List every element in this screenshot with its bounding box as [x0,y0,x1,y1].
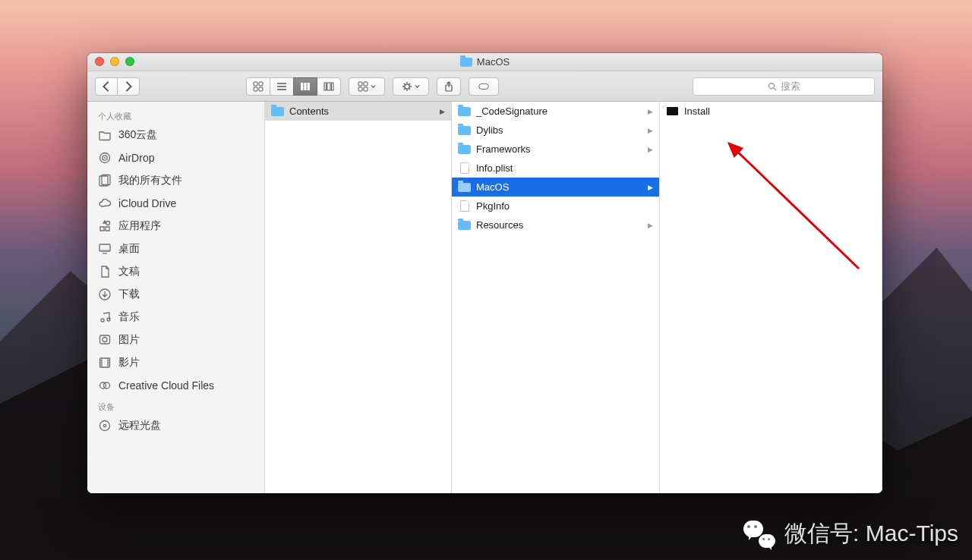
folder-icon [458,182,471,193]
file-row[interactable]: Resources▶ [452,216,659,234]
file-row-label: MacOS [476,181,642,193]
watermark-text: 微信号: Mac-Tips [784,518,958,549]
svg-point-30 [103,338,107,342]
action-menu-button[interactable] [393,77,429,96]
sidebar: 个人收藏360云盘AirDrop我的所有文件iCloud Drive应用程序桌面… [87,102,265,493]
svg-point-33 [104,382,110,389]
svg-rect-16 [479,83,489,89]
folder-icon [271,106,284,117]
finder-window: MacOS [87,53,882,493]
file-row-label: _CodeSignature [476,105,642,117]
file-row-label: Resources [476,219,642,231]
file-row[interactable]: MacOS▶ [452,178,659,197]
svg-rect-11 [364,82,368,86]
chevron-right-icon: ▶ [648,108,653,115]
file-row-label: Dylibs [476,124,642,136]
sidebar-item-disc[interactable]: 远程光盘 [87,414,264,437]
file-row-label: Install [684,105,876,117]
sidebar-item-label: 图片 [118,333,140,347]
sidebar-item-cloud[interactable]: iCloud Drive [87,192,264,215]
executable-icon [666,106,679,117]
movies-icon [98,356,112,370]
sidebar-item-movies[interactable]: 影片 [87,351,264,374]
sidebar-item-label: iCloud Drive [118,197,176,209]
svg-rect-12 [358,87,362,91]
docs-icon [98,265,112,278]
svg-point-34 [100,421,110,431]
sidebar-item-label: AirDrop [118,152,154,164]
column-3: Install [660,102,882,493]
sidebar-item-label: 360云盘 [118,128,157,142]
music-icon [98,310,112,324]
column-1: Contents▶ [265,102,452,493]
svg-rect-6 [308,83,310,90]
downloads-icon [98,288,112,301]
svg-rect-3 [259,87,263,91]
svg-rect-5 [304,83,306,90]
svg-point-27 [101,319,104,322]
nav-segment [95,77,140,96]
file-row[interactable]: Install [660,102,882,121]
svg-rect-29 [100,335,110,344]
minimize-window-button[interactable] [110,57,119,66]
sidebar-item-apps[interactable]: 应用程序 [87,215,264,238]
airdrop-icon [98,151,112,165]
svg-rect-4 [301,83,303,90]
file-row[interactable]: PkgInfo [452,197,659,216]
view-gallery-button[interactable] [317,77,341,96]
svg-rect-7 [324,83,327,90]
svg-rect-0 [254,82,257,86]
sidebar-item-downloads[interactable]: 下载 [87,283,264,306]
wechat-icon [743,521,775,548]
svg-point-17 [768,83,774,88]
svg-rect-1 [259,82,263,86]
chevron-right-icon: ▶ [440,108,445,115]
chevron-right-icon: ▶ [648,146,653,153]
sidebar-item-desktop[interactable]: 桌面 [87,238,264,260]
sidebar-item-pictures[interactable]: 图片 [87,329,264,351]
file-row[interactable]: Frameworks▶ [452,140,659,159]
sidebar-item-allfiles[interactable]: 我的所有文件 [87,169,264,192]
file-row[interactable]: Info.plist [452,159,659,178]
search-icon [768,82,777,91]
sidebar-item-label: 影片 [118,356,140,370]
sidebar-item-folder[interactable]: 360云盘 [87,124,264,146]
folder-icon [458,106,471,117]
sidebar-item-airdrop[interactable]: AirDrop [87,146,264,169]
back-button[interactable] [95,77,118,96]
toolbar: 搜索 [87,71,882,102]
sidebar-item-cc[interactable]: Creative Cloud Files [87,374,264,397]
sidebar-item-label: Creative Cloud Files [118,379,214,392]
svg-rect-10 [358,82,362,86]
view-columns-button[interactable] [293,77,317,96]
window-title: MacOS [477,56,510,68]
svg-point-14 [405,83,409,88]
file-row[interactable]: Contents▶ [265,102,451,121]
view-icons-button[interactable] [246,77,270,96]
chevron-right-icon: ▶ [648,127,653,134]
watermark: 微信号: Mac-Tips [743,518,958,549]
search-field[interactable]: 搜索 [693,77,875,96]
sidebar-item-docs[interactable]: 文稿 [87,260,264,283]
arrange-menu-button[interactable] [349,77,385,96]
file-row[interactable]: Dylibs▶ [452,121,659,140]
file-row[interactable]: _CodeSignature▶ [452,102,659,121]
close-window-button[interactable] [95,57,104,66]
folder-icon [458,220,471,231]
zoom-window-button[interactable] [125,57,134,66]
sidebar-item-label: 远程光盘 [118,419,161,433]
file-row-label: Info.plist [476,162,653,174]
title-folder-icon [460,58,472,67]
sidebar-item-label: 下载 [118,288,140,301]
sidebar-item-music[interactable]: 音乐 [87,306,264,329]
tags-button[interactable] [469,77,499,96]
view-list-button[interactable] [270,77,294,96]
forward-button[interactable] [117,77,140,96]
column-2: _CodeSignature▶Dylibs▶Frameworks▶Info.pl… [452,102,660,493]
cc-icon [98,379,112,392]
sidebar-item-label: 应用程序 [118,219,161,233]
file-icon [458,163,471,174]
share-button[interactable] [437,77,461,96]
folder-icon [98,128,112,142]
svg-rect-2 [254,87,257,91]
